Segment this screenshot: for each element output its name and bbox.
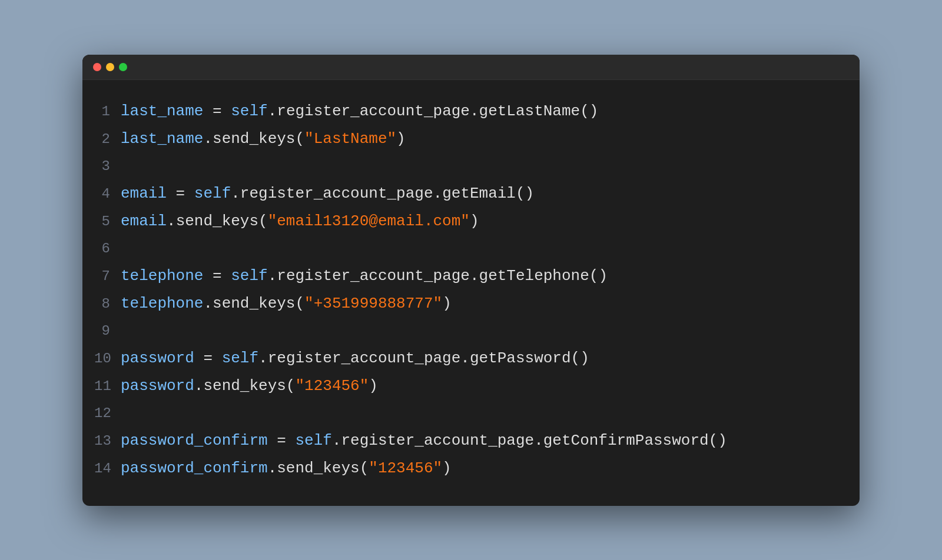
method-token: register_account_page [277, 267, 470, 285]
method-token: register_account_page [240, 185, 433, 202]
op-token: . [332, 432, 341, 449]
method-token: register_account_page [277, 102, 470, 120]
code-line: 6 [94, 235, 848, 262]
code-window: 1last_name = self.register_account_page.… [82, 55, 860, 506]
line-content: email = self.register_account_page.getEm… [121, 180, 534, 207]
var-token: email [121, 185, 167, 202]
line-content: password_confirm.send_keys("123456") [121, 455, 452, 482]
method-token: send_keys( [213, 295, 304, 312]
code-line: 3 [94, 153, 848, 180]
op-token: . [268, 459, 277, 477]
line-content: email.send_keys("email13120@email.com") [121, 208, 479, 235]
var-token: last_name [121, 130, 203, 148]
op-token: . [460, 349, 470, 367]
var-token: password_confirm [121, 432, 268, 449]
op-token: = [203, 267, 231, 285]
method-token: send_keys( [277, 459, 369, 477]
line-content: password_confirm = self.register_account… [121, 427, 727, 454]
line-content: password.send_keys("123456") [121, 372, 378, 399]
method-token: getLastName() [479, 102, 599, 120]
op-token: ) [470, 212, 479, 230]
code-line: 4email = self.register_account_page.getE… [94, 180, 848, 208]
method-token: getTelephone() [479, 267, 608, 285]
op-token: . [268, 102, 277, 120]
minimize-button[interactable] [106, 63, 114, 71]
method-token: register_account_page [341, 432, 534, 449]
line-content: last_name.send_keys("LastName") [121, 125, 406, 152]
op-token: . [433, 185, 443, 202]
code-line: 11password.send_keys("123456") [94, 372, 848, 400]
code-line: 14password_confirm.send_keys("123456") [94, 455, 848, 482]
var-token: email [121, 212, 167, 230]
string-token: "123456" [295, 377, 369, 395]
op-token: . [470, 267, 479, 285]
method-token: getEmail() [442, 185, 534, 202]
method-token: register_account_page [268, 349, 461, 367]
op-token: . [534, 432, 543, 449]
self-kw-token: self [295, 432, 331, 449]
line-number: 6 [94, 235, 121, 262]
line-content: telephone.send_keys("+351999888777") [121, 290, 452, 317]
var-token: password [121, 377, 194, 395]
method-token: getConfirmPassword() [543, 432, 727, 449]
line-number: 3 [94, 153, 121, 180]
line-number: 8 [94, 291, 121, 318]
line-number: 9 [94, 318, 121, 345]
line-number: 5 [94, 208, 121, 235]
line-number: 14 [94, 455, 121, 482]
line-content: last_name = self.register_account_page.g… [121, 98, 598, 125]
self-kw-token: self [231, 267, 267, 285]
op-token: . [470, 102, 479, 120]
code-line: 13password_confirm = self.register_accou… [94, 427, 848, 455]
op-token: . [167, 212, 176, 230]
self-kw-token: self [231, 102, 267, 120]
code-line: 8telephone.send_keys("+351999888777") [94, 290, 848, 318]
close-button[interactable] [93, 63, 101, 71]
code-line: 9 [94, 318, 848, 345]
var-token: last_name [121, 102, 203, 120]
op-token: = [268, 432, 296, 449]
line-content: password = self.register_account_page.ge… [121, 345, 589, 372]
code-line: 5email.send_keys("email13120@email.com") [94, 208, 848, 235]
string-token: "+351999888777" [304, 295, 442, 312]
code-line: 12 [94, 400, 848, 427]
op-token: . [203, 130, 213, 148]
var-token: password_confirm [121, 459, 268, 477]
method-token: getPassword() [470, 349, 589, 367]
op-token: . [231, 185, 240, 202]
line-number: 11 [94, 373, 121, 400]
line-number: 1 [94, 98, 121, 125]
op-token: ) [442, 295, 452, 312]
line-number: 4 [94, 181, 121, 208]
line-number: 7 [94, 263, 121, 290]
op-token: ) [442, 459, 452, 477]
code-editor: 1last_name = self.register_account_page.… [82, 80, 860, 506]
self-kw-token: self [194, 185, 231, 202]
code-line: 2last_name.send_keys("LastName") [94, 125, 848, 153]
code-line: 1last_name = self.register_account_page.… [94, 98, 848, 125]
method-token: send_keys( [203, 377, 295, 395]
method-token: send_keys( [176, 212, 268, 230]
op-token: ) [369, 377, 378, 395]
op-token: . [258, 349, 268, 367]
line-number: 2 [94, 126, 121, 153]
line-number: 10 [94, 345, 121, 372]
op-token: . [194, 377, 204, 395]
op-token: ) [396, 130, 406, 148]
op-token: = [203, 102, 231, 120]
var-token: telephone [121, 267, 203, 285]
var-token: password [121, 349, 194, 367]
op-token: = [194, 349, 222, 367]
code-line: 7telephone = self.register_account_page.… [94, 262, 848, 290]
string-token: "LastName" [304, 130, 396, 148]
string-token: "email13120@email.com" [268, 212, 470, 230]
self-kw-token: self [222, 349, 258, 367]
string-token: "123456" [369, 459, 442, 477]
line-number: 13 [94, 428, 121, 455]
op-token: . [203, 295, 213, 312]
line-number: 12 [94, 400, 121, 427]
fullscreen-button[interactable] [119, 63, 127, 71]
op-token: . [268, 267, 277, 285]
titlebar [82, 55, 860, 80]
line-content: telephone = self.register_account_page.g… [121, 262, 608, 289]
